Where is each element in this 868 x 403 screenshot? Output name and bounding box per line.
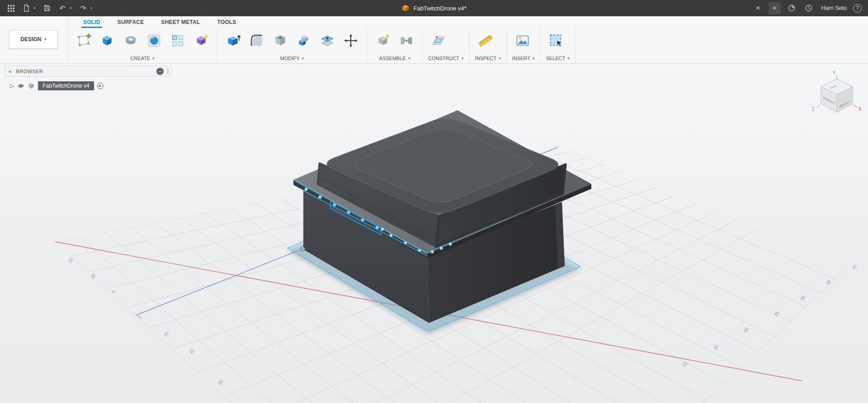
file-menu-caret-icon[interactable]: ▾ (33, 6, 38, 10)
measure-icon[interactable] (475, 30, 496, 51)
undo-caret-icon[interactable]: ▾ (70, 6, 74, 10)
group-label-text: INSERT (512, 56, 530, 61)
toolbar: CREATE ▾ (68, 28, 868, 63)
ribbon-main: SOLID SURFACE SHEET METAL TOOLS (68, 16, 868, 63)
pattern-icon[interactable] (167, 30, 188, 51)
grid-glyph (7, 5, 15, 12)
activate-component-icon[interactable] (97, 83, 104, 89)
titlebar: ▾ ↶ ▾ ↷ ▾ FabTwitchDrone v4* × (0, 0, 868, 16)
file-menu-icon[interactable] (20, 2, 33, 14)
design-column: DESIGN ▾ (0, 16, 68, 64)
browser-title: BROWSER (16, 69, 43, 74)
file-glyph (22, 4, 30, 12)
sketch-point[interactable] (381, 228, 384, 231)
tab-tools[interactable]: TOOLS (217, 16, 236, 28)
group-insert: INSERT ▾ (507, 28, 541, 63)
titlebar-center: FabTwitchDrone v4* (0, 0, 868, 16)
collapse-panel-icon[interactable]: « (8, 68, 13, 75)
new-component-icon[interactable] (373, 30, 393, 51)
caret-down-icon: ▾ (408, 56, 410, 61)
new-tab-icon[interactable]: + (769, 2, 781, 14)
shell-icon[interactable] (270, 30, 291, 51)
combine-icon[interactable] (293, 30, 314, 51)
group-label-assemble[interactable]: ASSEMBLE ▾ (373, 53, 417, 63)
revolve-icon[interactable] (120, 30, 141, 51)
job-status-icon[interactable] (785, 2, 798, 14)
tab-surface[interactable]: SURFACE (118, 16, 144, 28)
create-sketch-icon[interactable] (73, 30, 94, 51)
history-clock-icon[interactable] (802, 2, 815, 14)
group-label-text: INSPECT (475, 56, 497, 61)
tab-solid[interactable]: SOLID (83, 16, 100, 28)
viewport[interactable]: 15105510152040353025201510 « BROWSER − ▷ (0, 64, 868, 403)
panel-grip-icon[interactable] (167, 69, 169, 74)
save-icon[interactable] (41, 2, 53, 14)
group-label-text: CREATE (130, 56, 150, 61)
tab-label: TOOLS (217, 19, 236, 25)
group-label-insert[interactable]: INSERT ▾ (512, 53, 535, 63)
design-menu-label: DESIGN (20, 36, 41, 42)
tab-label: SURFACE (118, 19, 144, 25)
group-label-text: ASSEMBLE (379, 56, 406, 61)
axis-y-label: Y (833, 70, 836, 75)
job-status-glyph (788, 4, 796, 12)
offset-face-icon[interactable] (317, 30, 338, 51)
remove-panel-icon[interactable]: − (156, 68, 164, 75)
caret-down-icon: ▾ (152, 56, 155, 61)
group-label-text: CONSTRUCT (428, 56, 459, 61)
caret-down-icon: ▾ (567, 56, 570, 61)
titlebar-left: ▾ ↶ ▾ ↷ ▾ (0, 2, 95, 14)
insert-canvas-icon[interactable] (512, 30, 533, 51)
form-icon[interactable] (144, 30, 165, 51)
group-label-create[interactable]: CREATE ▾ (73, 53, 212, 63)
tab-label: SOLID (83, 19, 100, 25)
help-icon[interactable]: ? (853, 4, 862, 13)
origin-point[interactable] (301, 247, 305, 251)
group-label-select[interactable]: SELECT ▾ (546, 53, 569, 63)
press-pull-icon[interactable] (223, 30, 244, 51)
group-construct: CONSTRUCT ▾ (423, 28, 470, 63)
group-label-inspect[interactable]: INSPECT ▾ (475, 53, 501, 63)
clock-glyph (805, 4, 813, 12)
design-workspace-menu[interactable]: DESIGN ▾ (9, 30, 58, 49)
group-label-construct[interactable]: CONSTRUCT ▾ (428, 53, 464, 63)
group-label-text: MODIFY (280, 56, 300, 61)
redo-icon[interactable]: ↷ (77, 2, 90, 14)
select-icon[interactable] (546, 30, 566, 51)
app-grid-icon[interactable] (5, 2, 17, 14)
caret-down-icon: ▾ (44, 37, 47, 42)
caret-down-icon: ▾ (499, 56, 501, 61)
document-cube-icon (401, 4, 410, 12)
caret-down-icon: ▾ (302, 56, 304, 61)
group-label-text: SELECT (546, 56, 565, 61)
save-glyph (43, 4, 51, 12)
close-tab-icon[interactable]: × (752, 3, 764, 13)
grid-edge (703, 266, 849, 403)
viewcube[interactable]: Y TOP FRONT RIGHT X Z (806, 69, 865, 118)
user-account[interactable]: Harri Seto (820, 5, 849, 11)
move-icon[interactable] (340, 30, 361, 51)
root-component-label[interactable]: FabTwitchDrone v4 (38, 81, 94, 90)
construction-plane-icon[interactable] (428, 30, 449, 51)
component-icon (28, 82, 35, 89)
group-inspect: INSPECT ▾ (470, 28, 507, 63)
browser-header: « BROWSER − (5, 66, 172, 77)
caret-down-icon: ▾ (533, 56, 535, 61)
group-label-modify[interactable]: MODIFY ▾ (223, 53, 361, 63)
joint-icon[interactable] (396, 30, 417, 51)
tab-sheet-metal[interactable]: SHEET METAL (161, 16, 200, 28)
model-body[interactable] (288, 110, 591, 334)
caret-down-icon: ▾ (462, 56, 464, 61)
group-assemble: ASSEMBLE ▾ (367, 28, 423, 63)
extrude-icon[interactable] (97, 30, 118, 51)
ribbon: DESIGN ▾ SOLID SURFACE SHEET METAL TOOLS (0, 16, 868, 64)
undo-icon[interactable]: ↶ (56, 2, 69, 14)
primitive-box-icon[interactable] (191, 30, 212, 51)
scene-svg[interactable] (0, 64, 868, 403)
visibility-eye-icon[interactable] (17, 82, 24, 89)
redo-caret-icon[interactable]: ▾ (90, 6, 95, 10)
fillet-icon[interactable] (246, 30, 267, 51)
browser-root-row[interactable]: ▷ FabTwitchDrone v4 (5, 81, 172, 90)
axis-z-label: Z (811, 107, 814, 112)
expand-node-icon[interactable]: ▷ (10, 83, 14, 89)
